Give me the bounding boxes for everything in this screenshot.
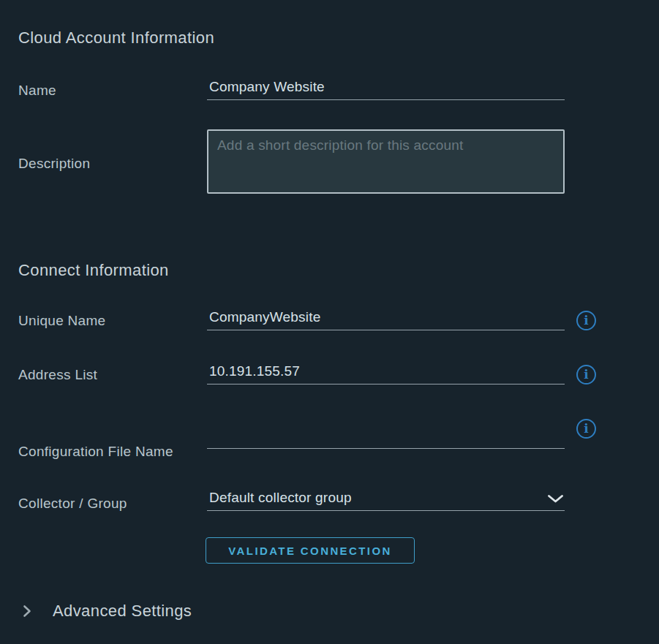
cloud-account-form: Cloud Account Information Name Descripti… [0, 0, 659, 644]
chevron-right-icon [23, 605, 31, 618]
chevron-down-icon [548, 495, 563, 503]
description-field-row: Description [18, 129, 618, 197]
info-glyph: i [584, 368, 588, 381]
name-field-wrap [207, 79, 565, 100]
section-title-connect-information: Connect Information [18, 260, 169, 280]
unique-name-field-wrap [207, 309, 565, 330]
description-textarea[interactable] [207, 129, 565, 194]
advanced-settings-toggle[interactable]: Advanced Settings [23, 601, 192, 621]
config-file-name-label: Configuration File Name [18, 442, 207, 461]
address-list-info-circle-icon[interactable]: i [576, 365, 596, 384]
validate-connection-button[interactable]: VALIDATE CONNECTION [206, 537, 415, 564]
advanced-settings-row: Advanced Settings [18, 601, 618, 621]
config-file-name-input[interactable] [207, 428, 565, 449]
validate-button-row: VALIDATE CONNECTION [18, 537, 618, 564]
address-list-field-wrap [207, 363, 565, 384]
collector-group-label: Collector / Group [18, 493, 207, 513]
unique-name-field-row: Unique Name i [18, 309, 618, 330]
collector-group-select[interactable]: Default collector group [207, 490, 565, 511]
info-glyph: i [584, 314, 588, 327]
config-file-info-circle-icon[interactable]: i [576, 419, 596, 439]
address-list-label: Address List [18, 365, 207, 384]
config-file-field-wrap [207, 428, 565, 449]
name-label: Name [18, 80, 207, 100]
collector-group-selected-value: Default collector group [209, 490, 352, 506]
address-list-field-row: Address List i [18, 363, 618, 384]
description-field-wrap [207, 129, 565, 197]
collector-group-field-row: Collector / Group Default collector grou… [18, 490, 618, 513]
name-field-row: Name [18, 79, 618, 100]
name-input[interactable] [207, 79, 565, 100]
collector-group-field-wrap: Default collector group [207, 490, 565, 513]
advanced-settings-title: Advanced Settings [53, 601, 192, 621]
address-list-input[interactable] [207, 363, 565, 384]
config-file-field-row: Configuration File Name i [18, 419, 618, 461]
unique-name-info-circle-icon[interactable]: i [576, 311, 596, 330]
section-title-cloud-account-information: Cloud Account Information [18, 28, 214, 48]
info-glyph: i [584, 423, 588, 435]
unique-name-input[interactable] [207, 309, 565, 330]
description-label: Description [18, 154, 207, 173]
unique-name-label: Unique Name [18, 311, 207, 330]
